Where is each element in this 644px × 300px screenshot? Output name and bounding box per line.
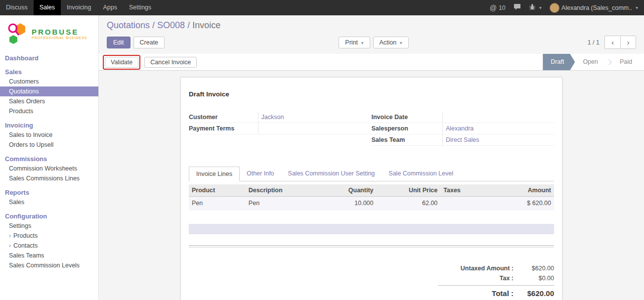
print-dropdown-button[interactable]: Print ▾ — [339, 37, 370, 48]
menu-invoicing[interactable]: Invoicing — [61, 0, 97, 15]
tab-sales-commission-user-setting[interactable]: Sales Commission User Setting — [281, 167, 382, 181]
totals-block: Untaxed Amount : $620.00 Tax : $0.00 Tot… — [438, 263, 554, 299]
notebook-tabs: Invoice Lines Other Info Sales Commissio… — [189, 167, 554, 181]
tax-label: Tax : — [438, 275, 514, 282]
menu-settings[interactable]: Settings — [123, 0, 157, 15]
breadcrumb-separator: / — [187, 20, 190, 30]
sidebar-item-sales-to-invoice[interactable]: Sales to Invoice — [0, 130, 98, 140]
activities-menu[interactable]: @ 10 — [490, 4, 506, 12]
sidebar-item-reports-sales[interactable]: Sales — [0, 197, 98, 207]
statusbar: Validate Cancel Invoice Draft Open Paid — [99, 54, 644, 71]
avatar — [550, 3, 559, 13]
header-description: Description — [246, 184, 322, 197]
sidebar-item-sales-commissions-lines[interactable]: Sales Commissions Lines — [0, 173, 98, 183]
validate-button[interactable]: Validate — [105, 57, 138, 68]
sidebar-item-products[interactable]: Products — [0, 106, 98, 116]
table-row[interactable]: Pen Pen 10.000 62.00 $ 620.00 — [189, 197, 554, 210]
sidebar-heading-sales[interactable]: Sales — [0, 67, 98, 77]
pager-next-button[interactable]: › — [620, 36, 636, 49]
pager-previous-button[interactable]: ‹ — [604, 36, 620, 49]
breadcrumb: Quotations/SO008/Invoice — [99, 15, 644, 33]
sidebar-item-quotations[interactable]: Quotations — [0, 86, 98, 96]
form-view: Draft Invoice Customer Jackson Payment T… — [99, 71, 644, 300]
action-dropdown-button[interactable]: Action ▾ — [373, 37, 409, 48]
create-button[interactable]: Create — [133, 37, 165, 48]
total-label: Total : — [438, 289, 514, 298]
total-row: Total : $620.00 — [438, 285, 554, 299]
payment-terms-label: Payment Terms — [189, 123, 258, 134]
menu-apps[interactable]: Apps — [97, 0, 123, 15]
systray: @ 10 ▾ Alexandra — [490, 0, 644, 15]
menu-discuss[interactable]: Discuss — [0, 0, 34, 15]
sidebar-item-config-contacts[interactable]: ›Contacts — [0, 241, 98, 251]
salesperson-label: Salesperson — [372, 123, 443, 134]
pager-value: 1 / 1 — [588, 39, 600, 46]
breadcrumb-so008[interactable]: SO008 — [157, 20, 185, 30]
sidebar-heading-configuration[interactable]: Configuration — [0, 212, 98, 221]
tab-invoice-lines[interactable]: Invoice Lines — [189, 167, 240, 181]
sales-team-value-link[interactable]: Direct Sales — [446, 136, 479, 143]
tab-other-info[interactable]: Other Info — [240, 167, 281, 181]
chevron-down-icon: ▾ — [539, 5, 542, 10]
sidebar-heading-commissions[interactable]: Commissions — [0, 154, 98, 164]
menu-sales[interactable]: Sales — [34, 0, 61, 15]
invoice-date-label: Invoice Date — [372, 112, 443, 123]
status-draft[interactable]: Draft — [543, 54, 575, 70]
field-row-customer: Customer Jackson — [189, 112, 372, 123]
status-open[interactable]: Open — [575, 54, 606, 70]
sidebar-item-settings[interactable]: Settings — [0, 221, 98, 231]
logo-hexagons-icon — [7, 21, 29, 46]
sales-team-label: Sales Team — [372, 134, 443, 146]
breadcrumb-quotations[interactable]: Quotations — [107, 20, 150, 30]
header-amount: Amount — [485, 184, 554, 197]
header-product: Product — [189, 184, 246, 197]
status-paid[interactable]: Paid — [612, 54, 640, 70]
chevron-down-icon: ▾ — [361, 40, 364, 45]
sidebar-item-config-products[interactable]: ›Products — [0, 231, 98, 241]
total-value: $620.00 — [514, 289, 554, 298]
sidebar-item-sales-commission-levels[interactable]: Sales Commission Levels — [0, 260, 98, 270]
chevron-right-icon — [606, 59, 611, 65]
sidebar-item-commission-worksheets[interactable]: Commission Worksheets — [0, 164, 98, 173]
cell-product: Pen — [189, 197, 246, 210]
status-pipeline: Draft Open Paid — [543, 54, 644, 70]
top-menus: Discuss Sales Invoicing Apps Settings — [0, 0, 157, 15]
main-panel: Quotations/SO008/Invoice Edit Create Pri… — [99, 15, 644, 300]
edit-button[interactable]: Edit — [107, 37, 130, 48]
sidebar-item-sales-teams[interactable]: Sales Teams — [0, 251, 98, 260]
header-quantity: Quantity — [322, 184, 377, 197]
sidebar-item-label: Contacts — [13, 242, 38, 249]
empty-field-band — [189, 224, 554, 234]
breadcrumb-separator: / — [152, 20, 155, 30]
sidebar-heading-reports[interactable]: Reports — [0, 188, 98, 197]
untaxed-amount-row: Untaxed Amount : $620.00 — [438, 263, 554, 273]
cancel-invoice-button[interactable]: Cancel Invoice — [144, 57, 197, 68]
debug-menu[interactable]: ▾ — [529, 3, 542, 12]
messages-menu[interactable] — [514, 3, 521, 12]
app-logo[interactable]: PROBUSE PROFESSIONAL BUSINESS — [0, 15, 98, 52]
field-group-left: Customer Jackson Payment Terms — [189, 112, 372, 146]
tab-sale-commission-level[interactable]: Sale Commission Level — [382, 167, 460, 181]
user-menu[interactable]: Alexandra (Sales_comm.. ▾ — [550, 3, 638, 13]
chevron-down-icon: ▾ — [400, 40, 402, 45]
sidebar-item-orders-to-upsell[interactable]: Orders to Upsell — [0, 140, 98, 150]
logo-title: PROBUSE — [32, 28, 87, 37]
section-separator — [189, 245, 554, 248]
sidebar-heading-invoicing[interactable]: Invoicing — [0, 121, 98, 130]
field-row-invoice-date: Invoice Date — [372, 112, 555, 123]
customer-value-link[interactable]: Jackson — [261, 114, 284, 121]
payment-terms-value — [258, 123, 372, 134]
cell-taxes — [440, 197, 485, 210]
field-groups: Customer Jackson Payment Terms — [189, 112, 554, 146]
sidebar-item-label: Products — [13, 232, 38, 239]
salesperson-value-link[interactable]: Alexandra — [446, 125, 473, 132]
activity-count: 10 — [499, 4, 506, 11]
sidebar-item-sales-orders[interactable]: Sales Orders — [0, 96, 98, 106]
sidebar-heading-dashboard[interactable]: Dashboard — [0, 53, 98, 63]
mention-icon: @ — [490, 4, 497, 12]
sidebar: PROBUSE PROFESSIONAL BUSINESS Dashboard … — [0, 15, 99, 300]
sidebar-item-customers[interactable]: Customers — [0, 77, 98, 86]
cell-unit-price: 62.00 — [377, 197, 441, 210]
logo-subtitle: PROFESSIONAL BUSINESS — [32, 36, 87, 40]
header-unit-price: Unit Price — [377, 184, 441, 197]
